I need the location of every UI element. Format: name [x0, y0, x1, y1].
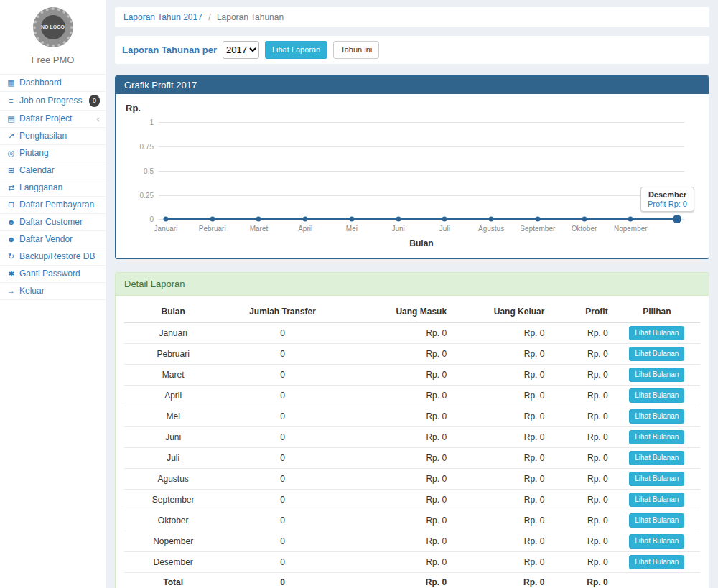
sidebar-item-label: Daftar Project	[19, 113, 95, 124]
lihat-bulanan-button[interactable]: Lihat Bulanan	[629, 409, 684, 424]
y-gridline: 0.25	[159, 195, 684, 196]
table-row: September0Rp. 0Rp. 0Rp. 0Lihat Bulanan	[124, 490, 700, 510]
cell-uang_keluar: Rp. 0	[452, 344, 550, 365]
data-point-desember[interactable]	[673, 215, 681, 223]
y-tick-label: 0.25	[140, 191, 154, 199]
data-point-mei[interactable]	[349, 217, 354, 222]
lihat-bulanan-button[interactable]: Lihat Bulanan	[629, 388, 684, 403]
profit-chart-panel: Grafik Profit 2017 Rp. 00.250.50.751 Des…	[115, 75, 709, 259]
lihat-bulanan-button[interactable]: Lihat Bulanan	[629, 368, 684, 382]
total-bulan: Total	[124, 573, 222, 588]
lihat-bulanan-button[interactable]: Lihat Bulanan	[629, 326, 684, 340]
y-tick-label: 0.75	[140, 143, 154, 151]
cell-uang_keluar: Rp. 0	[452, 406, 550, 427]
lihat-bulanan-button[interactable]: Lihat Bulanan	[629, 555, 684, 569]
data-point-nopember[interactable]	[628, 217, 633, 222]
data-point-juni[interactable]	[396, 217, 401, 222]
table-total-row: Total0Rp. 0Rp. 0Rp. 0	[124, 573, 700, 588]
cell-uang_masuk: Rp. 0	[343, 490, 452, 510]
lihat-bulanan-button[interactable]: Lihat Bulanan	[629, 430, 684, 444]
profit-line	[166, 218, 677, 220]
sidebar-item-piutang[interactable]: ◎Piutang	[0, 145, 106, 162]
data-point-juli[interactable]	[442, 217, 447, 222]
cell-uang_keluar: Rp. 0	[452, 490, 550, 510]
sidebar-item-daftar-vendor[interactable]: ☻Daftar Vendor	[0, 231, 106, 248]
cell-jumlah_transfer: 0	[222, 365, 342, 386]
cell-uang_keluar: Rp. 0	[452, 427, 550, 448]
cell-profit: Rp. 0	[550, 406, 613, 427]
breadcrumb-current: Laporan Tahunan	[217, 12, 284, 22]
cell-profit: Rp. 0	[550, 322, 613, 344]
sidebar-item-calendar[interactable]: ⊞Calendar	[0, 162, 106, 179]
data-point-januari[interactable]	[164, 217, 169, 222]
y-tick-label: 0.5	[144, 167, 154, 174]
column-header: Uang Masuk	[343, 302, 452, 322]
chart-panel-title: Grafik Profit 2017	[116, 76, 709, 94]
sidebar-item-keluar[interactable]: →Keluar	[0, 283, 106, 300]
password-lock-icon: ✱	[6, 269, 17, 279]
cell-jumlah_transfer: 0	[222, 406, 342, 427]
cell-pilihan: Lihat Bulanan	[614, 531, 700, 552]
sidebar-item-langganan[interactable]: ⇄Langganan	[0, 179, 106, 197]
breadcrumb-link[interactable]: Laporan Tahun 2017	[123, 12, 202, 22]
cell-profit: Rp. 0	[550, 344, 613, 365]
x-axis-label: Juli	[439, 225, 450, 233]
cell-bulan: Juni	[124, 427, 222, 448]
breadcrumb: Laporan Tahun 2017 / Laporan Tahunan	[115, 7, 709, 27]
table-header-row: BulanJumlah TransferUang MasukUang Kelua…	[124, 302, 700, 322]
data-point-pebruari[interactable]	[210, 217, 215, 222]
cell-profit: Rp. 0	[550, 365, 613, 386]
data-point-oktober[interactable]	[582, 217, 587, 222]
lihat-bulanan-button[interactable]: Lihat Bulanan	[629, 347, 684, 361]
data-point-agustus[interactable]	[489, 217, 494, 222]
data-point-april[interactable]	[303, 217, 308, 222]
breadcrumb-separator: /	[208, 12, 210, 22]
cell-pilihan: Lihat Bulanan	[614, 427, 700, 448]
lihat-bulanan-button[interactable]: Lihat Bulanan	[629, 513, 684, 528]
lihat-bulanan-button[interactable]: Lihat Bulanan	[629, 534, 684, 549]
sidebar-item-ganti-password[interactable]: ✱Ganti Password	[0, 266, 106, 283]
sidebar-item-label: Dashboard	[19, 78, 100, 88]
sidebar-item-daftar-pembayaran[interactable]: ⊟Daftar Pembayaran	[0, 197, 106, 214]
year-select[interactable]: 2017	[223, 41, 259, 59]
y-gridline: 0.75	[159, 146, 684, 147]
sidebar-item-backup-restore-db[interactable]: ↻Backup/Restore DB	[0, 248, 106, 266]
tooltip-value: Profit Rp: 0	[648, 200, 687, 208]
y-axis-title: Rp.	[126, 103, 699, 113]
sidebar-item-job-on-progress[interactable]: ≡Job on Progress0	[0, 92, 106, 111]
cell-profit: Rp. 0	[550, 386, 613, 406]
cell-jumlah_transfer: 0	[222, 427, 342, 448]
tahun-ini-button[interactable]: Tahun ini	[333, 41, 379, 59]
table-row: April0Rp. 0Rp. 0Rp. 0Lihat Bulanan	[124, 386, 700, 406]
column-header: Bulan	[124, 302, 222, 322]
sidebar-item-daftar-project[interactable]: ▤Daftar Project‹	[0, 111, 106, 128]
sidebar-item-label: Keluar	[19, 286, 100, 297]
x-axis-label: Mei	[346, 225, 358, 233]
data-point-september[interactable]	[535, 217, 540, 222]
total-profit: Rp. 0	[550, 573, 613, 588]
cell-bulan: Nopember	[124, 531, 222, 552]
cell-bulan: April	[124, 386, 222, 406]
x-axis-label: Oktober	[572, 225, 597, 233]
sidebar-item-daftar-customer[interactable]: ☻Daftar Customer	[0, 214, 106, 231]
cell-uang_keluar: Rp. 0	[452, 531, 550, 552]
sidebar-item-penghasilan[interactable]: ↗Penghasilan	[0, 128, 106, 145]
lihat-bulanan-button[interactable]: Lihat Bulanan	[629, 493, 684, 507]
lihat-laporan-button[interactable]: Lihat Laporan	[265, 41, 327, 59]
cell-profit: Rp. 0	[550, 552, 613, 573]
report-table-wrap: BulanJumlah TransferUang MasukUang Kelua…	[116, 296, 709, 588]
chevron-left-icon: ‹	[97, 113, 100, 124]
report-filter-panel: Laporan Tahunan per 2017 Lihat Laporan T…	[115, 36, 709, 64]
x-axis-title: Bulan	[159, 238, 684, 248]
total-uang_keluar: Rp. 0	[452, 573, 550, 588]
data-point-maret[interactable]	[256, 217, 261, 222]
cell-uang_masuk: Rp. 0	[343, 448, 452, 469]
sidebar-item-dashboard[interactable]: ▦Dashboard	[0, 75, 106, 92]
lihat-bulanan-button[interactable]: Lihat Bulanan	[629, 472, 684, 486]
no-logo-text: NO LOGO	[41, 15, 65, 39]
table-row: Agustus0Rp. 0Rp. 0Rp. 0Lihat Bulanan	[124, 469, 700, 490]
cell-bulan: Agustus	[124, 469, 222, 490]
sidebar-item-label: Backup/Restore DB	[19, 251, 100, 262]
calendar-icon: ⊞	[6, 165, 17, 176]
lihat-bulanan-button[interactable]: Lihat Bulanan	[629, 451, 684, 465]
